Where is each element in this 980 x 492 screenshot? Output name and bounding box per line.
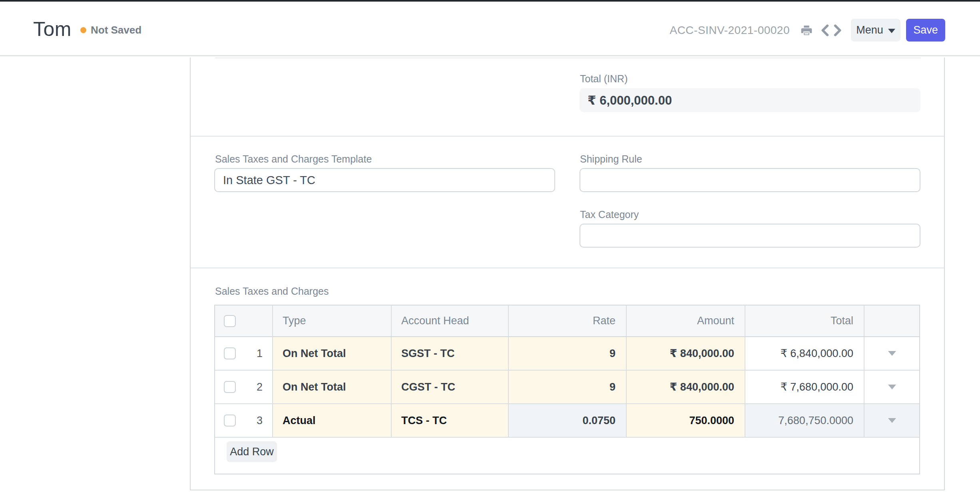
row-checkbox[interactable] [224,381,236,393]
total-inr-value: ₹ 6,000,000.00 [580,88,920,112]
tax-category-input[interactable] [580,224,920,248]
row-index: 3 [236,415,272,427]
save-button[interactable]: Save [906,19,945,42]
grid-header-account-head: Account Head [392,306,509,336]
row-expand-cell[interactable] [864,337,919,370]
row-checkbox[interactable] [224,347,236,359]
cell-account-head[interactable]: TCS - TC [392,404,509,437]
row-select-cell: 2 [215,371,273,403]
row-select-cell: 3 [215,404,273,437]
grid-row-1: 1 On Net Total SGST - TC 9 ₹ 840,000.00 … [215,337,919,371]
menu-button[interactable]: Menu [851,19,900,42]
select-all-checkbox[interactable] [224,315,236,327]
grid-footer: Add Row [215,438,919,474]
menu-button-label: Menu [856,25,883,36]
row-index: 1 [236,347,272,360]
grid-row-2: 2 On Net Total CGST - TC 9 ₹ 840,000.00 … [215,371,919,404]
section-divider [191,268,944,268]
cell-account-head[interactable]: CGST - TC [392,371,509,403]
taxes-template-label: Sales Taxes and Charges Template [215,153,372,165]
grid-header-row: Type Account Head Rate Amount Total [215,306,919,337]
print-icon[interactable] [800,24,813,37]
cell-amount[interactable]: ₹ 840,000.00 [627,337,745,370]
total-inr-label: Total (INR) [580,73,627,85]
shipping-rule-input[interactable] [580,168,920,192]
grid-header-expand-cell [864,306,919,336]
section-top-divider [215,58,921,58]
grid-header-select-cell [215,306,273,336]
dropdown-arrow-icon [888,385,896,389]
status-label: Not Saved [91,24,141,36]
cell-amount[interactable]: 750.0000 [627,404,745,437]
row-index: 2 [236,381,272,393]
cell-type[interactable]: On Net Total [273,337,392,370]
status-badge: Not Saved [80,24,141,36]
taxes-template-input[interactable] [214,168,555,192]
shipping-rule-label: Shipping Rule [580,153,642,165]
cell-type[interactable]: Actual [273,404,392,437]
dropdown-arrow-icon [888,351,896,356]
grid-header-type: Type [273,306,392,336]
prev-document-icon[interactable] [820,24,829,36]
cell-total[interactable]: 7,680,750.0000 [745,404,864,437]
dropdown-arrow-icon [888,418,896,423]
caret-down-icon [888,29,895,33]
status-dot-icon [80,27,86,33]
page-title[interactable]: Tom [33,17,72,42]
cell-rate[interactable]: 9 [509,371,627,403]
cell-type[interactable]: On Net Total [273,371,392,403]
section-divider [191,136,944,137]
row-expand-cell[interactable] [864,404,919,437]
row-checkbox[interactable] [224,415,236,427]
grid-header-rate: Rate [509,306,627,336]
row-select-cell: 1 [215,337,273,370]
grid-header-amount: Amount [627,306,745,336]
cell-rate[interactable]: 9 [509,337,627,370]
taxes-grid-section-label: Sales Taxes and Charges [215,286,329,297]
cell-total[interactable]: ₹ 6,840,000.00 [745,337,864,370]
cell-account-head[interactable]: SGST - TC [392,337,509,370]
taxes-grid: Type Account Head Rate Amount Total 1 On… [214,305,920,474]
tax-category-label: Tax Category [580,209,639,220]
sales-invoice-form-page: Tom Not Saved ACC-SINV-2021-00020 [0,0,980,492]
cell-amount[interactable]: ₹ 840,000.00 [627,371,745,403]
add-row-button[interactable]: Add Row [227,441,277,462]
document-name: ACC-SINV-2021-00020 [669,24,790,37]
cell-rate[interactable]: 0.0750 [509,404,627,437]
next-document-icon[interactable] [833,24,843,36]
page-header: Tom Not Saved ACC-SINV-2021-00020 [0,2,980,56]
grid-header-total: Total [745,306,864,336]
row-expand-cell[interactable] [864,371,919,403]
grid-row-3: 3 Actual TCS - TC 0.0750 750.0000 7,680,… [215,404,919,438]
cell-total[interactable]: ₹ 7,680,000.00 [745,371,864,403]
